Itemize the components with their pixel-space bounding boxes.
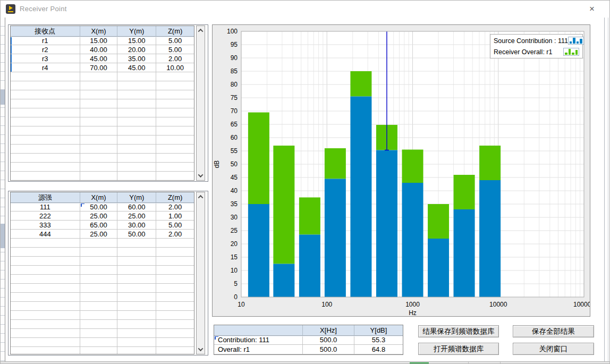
table-row[interactable]: r345.0035.002.00 bbox=[11, 54, 194, 63]
table-cell[interactable]: 2.00 bbox=[156, 230, 194, 239]
table-cell[interactable]: Overall: r1 bbox=[214, 345, 303, 354]
table-cell[interactable]: 45.00 bbox=[117, 63, 156, 72]
table-cell[interactable]: 50.00 bbox=[80, 202, 118, 211]
table-cell bbox=[156, 302, 194, 311]
table-cell[interactable]: 25.00 bbox=[117, 211, 156, 221]
column-header: 源强 bbox=[11, 192, 80, 202]
table-cell[interactable]: r4 bbox=[11, 63, 80, 72]
scroll-up-icon[interactable] bbox=[197, 26, 205, 35]
svg-text:75: 75 bbox=[231, 94, 238, 101]
save-to-spectrum-db-button[interactable]: 结果保存到频谱数据库 bbox=[418, 325, 499, 337]
table-row[interactable]: Overall: r1500.064.8 bbox=[214, 345, 403, 354]
spectrum-chart[interactable]: 0510152025303540455055606570758085909510… bbox=[213, 25, 590, 316]
scroll-down-icon[interactable] bbox=[197, 345, 205, 354]
svg-text:100: 100 bbox=[227, 28, 238, 35]
table-row[interactable]: 11150.0060.002.00 bbox=[11, 202, 194, 211]
table-cell[interactable]: 25.00 bbox=[80, 211, 118, 221]
table-cell[interactable]: 35.00 bbox=[117, 54, 156, 63]
table-cell bbox=[11, 293, 80, 302]
table-cell[interactable]: 20.00 bbox=[117, 45, 156, 54]
table-cell[interactable]: 333 bbox=[11, 221, 80, 230]
scroll-down-icon[interactable] bbox=[197, 171, 205, 180]
table-cell[interactable]: 64.8 bbox=[354, 345, 403, 354]
table-cell[interactable]: 5.00 bbox=[156, 36, 194, 45]
svg-text:10: 10 bbox=[238, 301, 245, 308]
legend-item[interactable]: Receiver Overall: r1 bbox=[490, 46, 582, 57]
svg-text:1000: 1000 bbox=[405, 301, 420, 308]
close-window-button[interactable]: 关闭窗口 bbox=[513, 343, 594, 355]
table-cell[interactable]: 15.00 bbox=[80, 36, 118, 45]
table-cell bbox=[117, 266, 156, 275]
table-cell[interactable]: 2.00 bbox=[156, 54, 194, 63]
save-all-results-button[interactable]: 保存全部结果 bbox=[513, 325, 594, 337]
table-cell[interactable]: 15.00 bbox=[117, 36, 156, 45]
close-icon[interactable]: × bbox=[583, 1, 601, 17]
receiver-table-scrollbar[interactable] bbox=[196, 26, 205, 181]
table-row bbox=[11, 248, 194, 257]
source-table-scrollbar[interactable] bbox=[196, 192, 205, 354]
table-row[interactable]: 33365.0030.005.00 bbox=[11, 221, 194, 230]
table-row bbox=[11, 108, 194, 117]
table-cell[interactable]: 500.0 bbox=[303, 335, 354, 345]
table-cell bbox=[117, 117, 156, 126]
table-row bbox=[11, 163, 194, 172]
table-cell[interactable]: 222 bbox=[11, 211, 80, 221]
table-cell[interactable]: 50.00 bbox=[117, 230, 156, 239]
table-cell[interactable]: r2 bbox=[11, 45, 80, 54]
cursor-result-panel: X[Hz]Y[dB]Contribution: 111500.055.3Over… bbox=[214, 325, 403, 355]
table-row[interactable]: 44425.0050.002.00 bbox=[11, 230, 194, 239]
table-row[interactable]: r240.0020.005.00 bbox=[11, 45, 194, 54]
scroll-up-icon[interactable] bbox=[197, 192, 205, 201]
table-cell[interactable]: 25.00 bbox=[80, 230, 118, 239]
table-cell bbox=[117, 293, 156, 302]
table-cell[interactable]: 500.0 bbox=[303, 345, 354, 354]
open-spectrum-db-button[interactable]: 打开频谱数据库 bbox=[418, 343, 499, 355]
table-row[interactable]: r115.0015.005.00 bbox=[11, 36, 194, 45]
legend-item[interactable]: Source Contribution : 111 bbox=[490, 35, 582, 46]
window-title: Receiver Point bbox=[20, 5, 67, 13]
table-cell bbox=[80, 172, 118, 181]
chart-legend[interactable]: Source Contribution : 111Receiver Overal… bbox=[490, 34, 583, 58]
column-header: X(m) bbox=[80, 26, 118, 36]
column-header bbox=[214, 325, 303, 335]
table-cell bbox=[11, 81, 80, 90]
table-row[interactable]: 22225.0025.001.00 bbox=[11, 211, 194, 221]
table-cell bbox=[11, 302, 80, 311]
source-table[interactable]: 源强X(m)Y(m)Z(m)11150.0060.002.0022225.002… bbox=[10, 192, 194, 354]
svg-text:25: 25 bbox=[231, 227, 238, 234]
table-row bbox=[11, 117, 194, 126]
table-cell[interactable]: r1 bbox=[11, 36, 80, 45]
table-cell[interactable]: 10.00 bbox=[156, 63, 194, 72]
table-cell[interactable]: 1.00 bbox=[156, 211, 194, 221]
svg-text:5: 5 bbox=[234, 280, 238, 287]
table-cell[interactable]: 5.00 bbox=[156, 221, 194, 230]
receiver-point-window: Receiver Point × 接收点X(m)Y(m)Z(m)r115.001… bbox=[0, 0, 610, 364]
table-cell[interactable]: 2.00 bbox=[156, 202, 194, 211]
table-cell bbox=[117, 154, 156, 163]
receiver-table[interactable]: 接收点X(m)Y(m)Z(m)r115.0015.005.00r240.0020… bbox=[10, 26, 194, 181]
table-cell bbox=[80, 90, 118, 99]
table-header: X[Hz]Y[dB] bbox=[214, 325, 403, 335]
table-cell[interactable]: 55.3 bbox=[354, 335, 403, 345]
table-cell[interactable]: 5.00 bbox=[156, 45, 194, 54]
table-cell bbox=[11, 275, 80, 284]
table-cell[interactable]: 70.00 bbox=[80, 63, 118, 72]
table-cell[interactable]: 60.00 bbox=[117, 202, 156, 211]
table-cell[interactable]: 45.00 bbox=[80, 54, 118, 63]
table-row[interactable]: r470.0045.0010.00 bbox=[11, 63, 194, 72]
table-cell bbox=[11, 163, 80, 172]
table-cell bbox=[156, 311, 194, 320]
background-window-sliver-bottom bbox=[1, 361, 610, 364]
column-header: Z(m) bbox=[156, 192, 194, 202]
table-cell[interactable]: 444 bbox=[11, 230, 80, 239]
table-cell bbox=[117, 90, 156, 99]
table-cell[interactable]: Contribution: 111 bbox=[214, 335, 303, 345]
table-cell[interactable]: 40.00 bbox=[80, 45, 118, 54]
table-cell bbox=[156, 248, 194, 257]
table-cell bbox=[117, 136, 156, 145]
table-row[interactable]: Contribution: 111500.055.3 bbox=[214, 335, 403, 345]
table-cell[interactable]: 111 bbox=[11, 202, 80, 211]
table-cell[interactable]: r3 bbox=[11, 54, 80, 63]
table-cell[interactable]: 30.00 bbox=[117, 221, 156, 230]
table-cell[interactable]: 65.00 bbox=[80, 221, 118, 230]
